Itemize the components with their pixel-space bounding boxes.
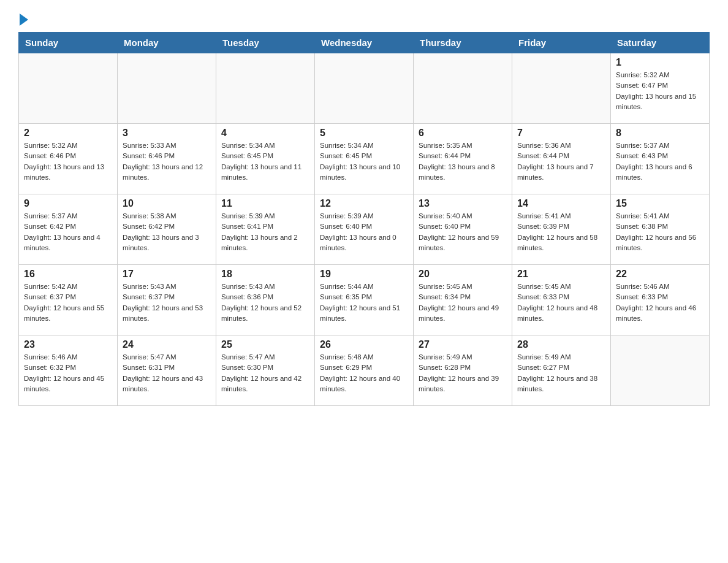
day-number: 16 <box>24 269 112 280</box>
logo-arrow-icon <box>20 13 28 26</box>
day-info: Sunrise: 5:36 AMSunset: 6:44 PMDaylight:… <box>517 140 605 183</box>
day-info: Sunrise: 5:37 AMSunset: 6:42 PMDaylight:… <box>24 211 112 253</box>
calendar-cell: 9Sunrise: 5:37 AMSunset: 6:42 PMDaylight… <box>19 194 118 265</box>
day-info: Sunrise: 5:35 AMSunset: 6:44 PMDaylight:… <box>419 140 507 183</box>
day-info: Sunrise: 5:47 AMSunset: 6:30 PMDaylight:… <box>221 352 309 394</box>
calendar-cell: 7Sunrise: 5:36 AMSunset: 6:44 PMDaylight… <box>512 124 611 194</box>
day-info: Sunrise: 5:41 AMSunset: 6:39 PMDaylight:… <box>517 211 605 253</box>
calendar-cell: 26Sunrise: 5:48 AMSunset: 6:29 PMDayligh… <box>315 335 414 406</box>
day-info: Sunrise: 5:47 AMSunset: 6:31 PMDaylight:… <box>123 352 211 394</box>
week-row-3: 9Sunrise: 5:37 AMSunset: 6:42 PMDaylight… <box>19 194 710 265</box>
day-number: 17 <box>123 269 211 280</box>
column-header-thursday: Thursday <box>414 33 512 53</box>
day-number: 25 <box>221 339 309 350</box>
calendar-cell: 14Sunrise: 5:41 AMSunset: 6:39 PMDayligh… <box>512 194 611 265</box>
calendar-cell: 22Sunrise: 5:46 AMSunset: 6:33 PMDayligh… <box>611 265 710 335</box>
column-header-monday: Monday <box>118 33 216 53</box>
calendar-cell: 6Sunrise: 5:35 AMSunset: 6:44 PMDaylight… <box>414 124 512 194</box>
day-number: 6 <box>419 128 507 139</box>
calendar-cell: 25Sunrise: 5:47 AMSunset: 6:30 PMDayligh… <box>216 335 315 406</box>
day-number: 13 <box>419 198 507 209</box>
week-row-1: 1Sunrise: 5:32 AMSunset: 6:47 PMDaylight… <box>19 53 710 124</box>
column-header-friday: Friday <box>512 33 611 53</box>
day-info: Sunrise: 5:33 AMSunset: 6:46 PMDaylight:… <box>123 140 211 183</box>
calendar-table: SundayMondayTuesdayWednesdayThursdayFrid… <box>18 32 710 406</box>
calendar-cell: 18Sunrise: 5:43 AMSunset: 6:36 PMDayligh… <box>216 265 315 335</box>
calendar-cell: 3Sunrise: 5:33 AMSunset: 6:46 PMDaylight… <box>118 124 216 194</box>
calendar-cell: 24Sunrise: 5:47 AMSunset: 6:31 PMDayligh… <box>118 335 216 406</box>
day-number: 14 <box>517 198 605 209</box>
day-info: Sunrise: 5:49 AMSunset: 6:27 PMDaylight:… <box>517 352 605 394</box>
day-info: Sunrise: 5:38 AMSunset: 6:42 PMDaylight:… <box>123 211 211 253</box>
day-number: 23 <box>24 339 112 350</box>
day-info: Sunrise: 5:32 AMSunset: 6:46 PMDaylight:… <box>24 140 112 183</box>
calendar-header-row: SundayMondayTuesdayWednesdayThursdayFrid… <box>19 33 710 53</box>
day-info: Sunrise: 5:41 AMSunset: 6:38 PMDaylight:… <box>616 211 704 253</box>
week-row-4: 16Sunrise: 5:42 AMSunset: 6:37 PMDayligh… <box>19 265 710 335</box>
calendar-cell <box>315 53 414 124</box>
day-number: 21 <box>517 269 605 280</box>
day-number: 18 <box>221 269 309 280</box>
day-number: 26 <box>320 339 408 350</box>
calendar-cell: 13Sunrise: 5:40 AMSunset: 6:40 PMDayligh… <box>414 194 512 265</box>
day-number: 15 <box>616 198 704 209</box>
calendar-cell <box>118 53 216 124</box>
column-header-sunday: Sunday <box>19 33 118 53</box>
day-number: 20 <box>419 269 507 280</box>
day-info: Sunrise: 5:40 AMSunset: 6:40 PMDaylight:… <box>419 211 507 253</box>
day-number: 11 <box>221 198 309 209</box>
day-number: 9 <box>24 198 112 209</box>
day-number: 3 <box>123 128 211 139</box>
calendar-cell: 23Sunrise: 5:46 AMSunset: 6:32 PMDayligh… <box>19 335 118 406</box>
week-row-5: 23Sunrise: 5:46 AMSunset: 6:32 PMDayligh… <box>19 335 710 406</box>
day-info: Sunrise: 5:34 AMSunset: 6:45 PMDaylight:… <box>221 140 309 183</box>
calendar-cell: 19Sunrise: 5:44 AMSunset: 6:35 PMDayligh… <box>315 265 414 335</box>
day-info: Sunrise: 5:45 AMSunset: 6:34 PMDaylight:… <box>419 282 507 324</box>
day-info: Sunrise: 5:37 AMSunset: 6:43 PMDaylight:… <box>616 140 704 183</box>
calendar-cell: 5Sunrise: 5:34 AMSunset: 6:45 PMDaylight… <box>315 124 414 194</box>
day-number: 4 <box>221 128 309 139</box>
column-header-saturday: Saturday <box>611 33 710 53</box>
calendar-cell: 15Sunrise: 5:41 AMSunset: 6:38 PMDayligh… <box>611 194 710 265</box>
column-header-wednesday: Wednesday <box>315 33 414 53</box>
day-number: 22 <box>616 269 704 280</box>
day-number: 7 <box>517 128 605 139</box>
day-info: Sunrise: 5:43 AMSunset: 6:36 PMDaylight:… <box>221 282 309 324</box>
day-info: Sunrise: 5:42 AMSunset: 6:37 PMDaylight:… <box>24 282 112 324</box>
calendar-cell: 4Sunrise: 5:34 AMSunset: 6:45 PMDaylight… <box>216 124 315 194</box>
calendar-cell: 17Sunrise: 5:43 AMSunset: 6:37 PMDayligh… <box>118 265 216 335</box>
week-row-2: 2Sunrise: 5:32 AMSunset: 6:46 PMDaylight… <box>19 124 710 194</box>
day-number: 24 <box>123 339 211 350</box>
calendar-cell: 20Sunrise: 5:45 AMSunset: 6:34 PMDayligh… <box>414 265 512 335</box>
calendar-cell: 2Sunrise: 5:32 AMSunset: 6:46 PMDaylight… <box>19 124 118 194</box>
day-info: Sunrise: 5:32 AMSunset: 6:47 PMDaylight:… <box>616 70 704 112</box>
calendar-cell: 10Sunrise: 5:38 AMSunset: 6:42 PMDayligh… <box>118 194 216 265</box>
day-info: Sunrise: 5:34 AMSunset: 6:45 PMDaylight:… <box>320 140 408 183</box>
day-info: Sunrise: 5:45 AMSunset: 6:33 PMDaylight:… <box>517 282 605 324</box>
calendar-cell <box>216 53 315 124</box>
calendar-cell: 1Sunrise: 5:32 AMSunset: 6:47 PMDaylight… <box>611 53 710 124</box>
calendar-cell: 27Sunrise: 5:49 AMSunset: 6:28 PMDayligh… <box>414 335 512 406</box>
column-header-tuesday: Tuesday <box>216 33 315 53</box>
day-info: Sunrise: 5:49 AMSunset: 6:28 PMDaylight:… <box>419 352 507 394</box>
calendar-cell: 21Sunrise: 5:45 AMSunset: 6:33 PMDayligh… <box>512 265 611 335</box>
day-info: Sunrise: 5:46 AMSunset: 6:33 PMDaylight:… <box>616 282 704 324</box>
calendar-cell: 28Sunrise: 5:49 AMSunset: 6:27 PMDayligh… <box>512 335 611 406</box>
calendar-cell: 8Sunrise: 5:37 AMSunset: 6:43 PMDaylight… <box>611 124 710 194</box>
calendar-cell <box>512 53 611 124</box>
day-number: 8 <box>616 128 704 139</box>
day-number: 5 <box>320 128 408 139</box>
day-number: 10 <box>123 198 211 209</box>
day-info: Sunrise: 5:39 AMSunset: 6:41 PMDaylight:… <box>221 211 309 253</box>
day-number: 19 <box>320 269 408 280</box>
day-info: Sunrise: 5:48 AMSunset: 6:29 PMDaylight:… <box>320 352 408 394</box>
day-info: Sunrise: 5:46 AMSunset: 6:32 PMDaylight:… <box>24 352 112 394</box>
calendar-cell <box>611 335 710 406</box>
day-number: 12 <box>320 198 408 209</box>
day-number: 2 <box>24 128 112 139</box>
day-number: 27 <box>419 339 507 350</box>
page-header <box>18 12 710 26</box>
calendar-cell <box>414 53 512 124</box>
day-info: Sunrise: 5:44 AMSunset: 6:35 PMDaylight:… <box>320 282 408 324</box>
calendar-cell <box>19 53 118 124</box>
